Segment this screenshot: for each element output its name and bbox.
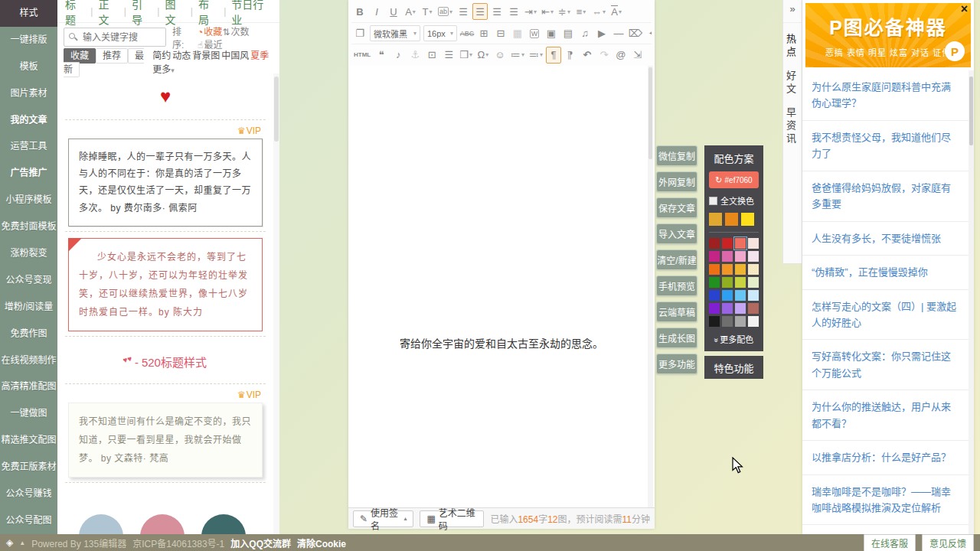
sidebar-item[interactable]: 图片素材: [0, 80, 57, 107]
article-link[interactable]: “伪精致”，正在慢慢毁掉你: [802, 256, 969, 289]
paragraph-spacing-icon[interactable]: ≑▾: [557, 3, 572, 20]
theme-swatch[interactable]: [709, 213, 722, 226]
sidebar-item[interactable]: 免费封面模板: [0, 214, 57, 240]
action-button-更多功能[interactable]: 更多功能: [656, 354, 697, 374]
sidebar-item[interactable]: 涨粉裂变: [0, 240, 57, 267]
scrollbar-thumb[interactable]: [648, 67, 652, 159]
editor-scrollbar[interactable]: [648, 66, 653, 507]
article-link[interactable]: 二更食堂永久关停，内容创业者如何避免重蹈覆辙？: [802, 525, 969, 534]
audio-link-icon[interactable]: ♪: [390, 47, 406, 64]
color-swatch[interactable]: [735, 316, 746, 327]
color-swatch[interactable]: [735, 264, 746, 275]
template-circles[interactable]: [57, 511, 273, 534]
eraser-icon[interactable]: ⌦: [628, 25, 643, 42]
collapse-up-icon[interactable]: ▲: [19, 540, 25, 546]
bold-icon[interactable]: B: [352, 3, 368, 20]
special-char-icon[interactable]: Ω▾: [475, 47, 491, 64]
text-border-icon[interactable]: A▾: [609, 3, 624, 20]
template-shadow-quote-box[interactable]: 我不知道世间有什么是确定不变的，我只知道，只要一看到星星，我就会开始做梦。 by…: [68, 403, 263, 478]
color-swatch[interactable]: [722, 238, 733, 249]
highlight-color-icon[interactable]: ab▾: [436, 3, 454, 20]
find-replace-icon[interactable]: @: [613, 47, 629, 64]
sidebar-item[interactable]: 一键做图: [0, 400, 57, 427]
theme-swatch[interactable]: [725, 213, 738, 226]
align-left-icon[interactable]: ☰: [456, 3, 471, 20]
checkbox-icon[interactable]: [709, 197, 717, 205]
action-button-保存文章[interactable]: 保存文章: [656, 197, 697, 218]
sidebar-item[interactable]: 运营工具: [0, 133, 57, 160]
sidebar-item[interactable]: 在线视频制作: [0, 347, 57, 374]
use-signature-button[interactable]: ✎ 使用签名 ▴: [353, 510, 413, 527]
article-link[interactable]: 写好高转化文案：你只需记住这个万能公式: [802, 340, 969, 390]
color-swatch[interactable]: [722, 264, 733, 275]
template-heart-divider[interactable]: ♥: [57, 73, 273, 115]
align-lines-icon[interactable]: ☰: [441, 47, 456, 64]
sidebar-item[interactable]: 公众号变现: [0, 267, 57, 294]
outdent-icon[interactable]: ⇤▾: [540, 3, 555, 20]
sidebar-item[interactable]: 一键排版: [0, 27, 57, 54]
sidebar-item[interactable]: 公众号配图: [0, 507, 57, 534]
article-link[interactable]: 我不想责怪父母，我知道他们尽力了: [802, 121, 969, 171]
action-button-外网复制[interactable]: 外网复制: [656, 171, 697, 192]
filter-button[interactable]: 推荐: [96, 48, 128, 64]
color-swatch[interactable]: [722, 316, 733, 327]
article-link[interactable]: 瑞幸咖啡是不是咖啡？——瑞幸咖啡战略模拟推演及定位解析: [802, 475, 969, 526]
color-swatch[interactable]: [748, 290, 759, 301]
letter-spacing-icon[interactable]: ⇔▾: [590, 3, 607, 20]
color-swatch[interactable]: [748, 277, 759, 288]
line-height-icon[interactable]: ≡▾: [573, 3, 589, 20]
color-swatch[interactable]: [735, 290, 746, 301]
panel-scrollbar[interactable]: [273, 73, 279, 534]
fulltext-recolor-checkbox[interactable]: 全文换色: [709, 194, 759, 207]
font-size-select[interactable]: 16px▾: [423, 25, 457, 41]
emoticon-icon[interactable]: ☺: [492, 47, 508, 64]
filter-link[interactable]: 动态: [172, 51, 191, 61]
color-swatch[interactable]: [722, 290, 733, 301]
online-service-button[interactable]: 在线客服: [864, 534, 916, 551]
filter-link[interactable]: 夏季: [250, 51, 269, 61]
color-swatch[interactable]: [748, 264, 759, 275]
ad-banner[interactable]: P图必备神器 恶搞 表情 明星 炫富 对话 证件 P: [805, 3, 971, 67]
editor-text[interactable]: 寄给你全宇宙的爱和自太古至永劫的思念。: [348, 66, 655, 350]
sidebar-item[interactable]: 广告推广: [0, 160, 57, 187]
color-swatch[interactable]: [709, 264, 720, 275]
sidebar-item[interactable]: 样式: [0, 0, 57, 27]
feedback-button[interactable]: 意见反馈: [922, 534, 974, 551]
insert-audio-icon[interactable]: ♫: [577, 25, 593, 42]
article-link[interactable]: 人生没有多长，不要徒增慌张: [802, 222, 969, 256]
date-widget-icon[interactable]: ⊡: [424, 47, 439, 64]
horizontal-rule-icon[interactable]: —: [611, 25, 626, 42]
scrollbar-thumb[interactable]: [969, 77, 973, 145]
font-family-select[interactable]: 微软雅黑▾: [370, 25, 420, 41]
collapse-panel-button[interactable]: »: [783, 0, 802, 23]
tab-节日行业[interactable]: 节日行业: [231, 0, 272, 27]
color-swatch[interactable]: [709, 251, 720, 262]
article-link[interactable]: 怎样写走心的文案（四）| 要激起人的好胜心: [802, 290, 969, 341]
sort-option[interactable]: ◔收藏: [198, 27, 222, 37]
clear-format-icon[interactable]: ✦: [645, 25, 652, 42]
right-tab-好文[interactable]: 好文: [783, 70, 802, 96]
close-icon[interactable]: ×: [961, 3, 968, 15]
sidebar-item[interactable]: 模板: [0, 54, 57, 80]
sidebar-item[interactable]: 公众号赚钱: [0, 481, 57, 507]
filter-link[interactable]: 中国风: [221, 51, 249, 61]
article-link[interactable]: 为什么你的推送触达，用户从来都不看？: [802, 390, 969, 441]
action-button-手机预览[interactable]: 手机预览: [656, 276, 697, 296]
sort-option[interactable]: ⇅次数: [222, 27, 249, 37]
tab-正文[interactable]: 正文: [98, 0, 118, 27]
template-520-title[interactable]: ♥♥-520标题样式: [57, 341, 273, 379]
news-scrollbar[interactable]: [969, 70, 974, 534]
scrollbar-thumb[interactable]: [274, 77, 279, 142]
color-swatch[interactable]: [722, 251, 733, 262]
right-tab-热点[interactable]: 热点: [783, 34, 802, 60]
sidebar-item[interactable]: 免费正版素材: [0, 454, 57, 481]
font-color-icon[interactable]: A▾: [403, 3, 418, 20]
import-word-icon[interactable]: W: [527, 25, 542, 42]
blockquote-icon[interactable]: ❝: [374, 47, 389, 64]
table-style-icon[interactable]: ⊟: [493, 25, 508, 42]
ordered-list-icon[interactable]: ≔▾: [509, 47, 526, 64]
unordered-list-icon[interactable]: ≕▾: [528, 47, 544, 64]
color-swatch[interactable]: [709, 303, 720, 314]
clear-cookie-link[interactable]: 清除Cookie: [297, 536, 346, 549]
action-button-清空/新建[interactable]: 清空/新建: [656, 249, 697, 270]
